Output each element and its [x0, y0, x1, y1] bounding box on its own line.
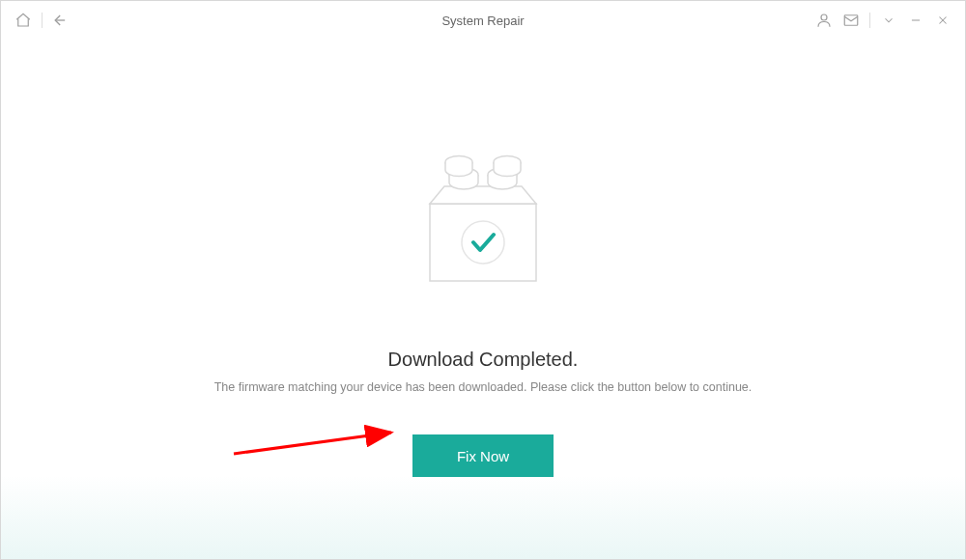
- main-content: Download Completed. The firmware matchin…: [1, 40, 965, 559]
- titlebar-right: [813, 10, 953, 31]
- svg-point-6: [462, 221, 504, 264]
- status-heading: Download Completed.: [388, 349, 579, 371]
- home-icon[interactable]: [13, 10, 34, 31]
- user-icon[interactable]: [813, 10, 835, 31]
- chevron-down-icon[interactable]: [878, 10, 899, 31]
- titlebar: System Repair: [1, 1, 965, 40]
- status-subtext: The firmware matching your device has be…: [214, 380, 753, 394]
- svg-rect-1: [844, 15, 858, 26]
- titlebar-left: [13, 10, 71, 31]
- firmware-box-illustration: [411, 146, 555, 300]
- mail-icon[interactable]: [840, 10, 862, 31]
- minimize-icon[interactable]: [905, 10, 926, 31]
- close-icon[interactable]: [932, 10, 953, 31]
- app-window: System Repair: [0, 0, 966, 560]
- svg-point-0: [821, 14, 827, 20]
- back-icon[interactable]: [50, 10, 71, 31]
- titlebar-separator: [42, 13, 43, 28]
- fix-now-button[interactable]: Fix Now: [412, 434, 554, 477]
- titlebar-separator: [869, 13, 870, 28]
- window-title: System Repair: [441, 14, 524, 28]
